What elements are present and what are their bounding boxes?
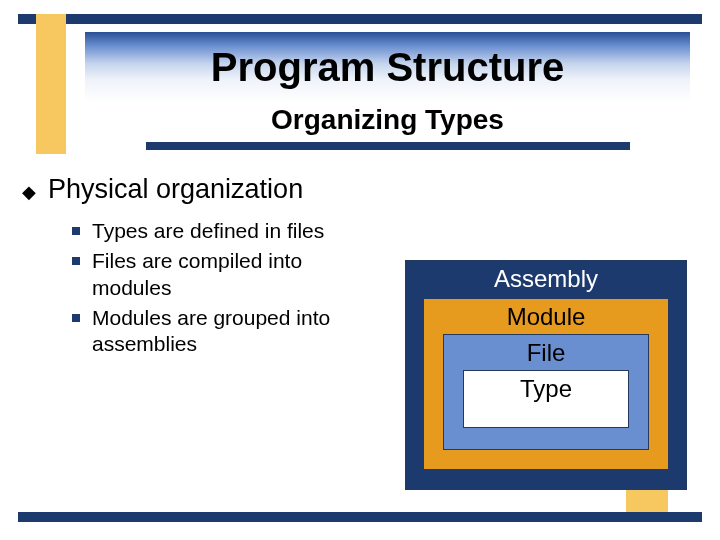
left-accent-block	[36, 14, 66, 154]
sub-item-text: Types are defined in files	[92, 218, 324, 244]
assembly-label: Assembly	[406, 265, 686, 293]
title-area: Program Structure Organizing Types	[85, 32, 690, 150]
sub-item-text: Modules are grouped into assemblies	[92, 305, 382, 358]
bottom-divider	[18, 512, 702, 522]
subtitle-underline	[146, 142, 630, 150]
list-item: ◆ Physical organization	[22, 174, 698, 206]
slide-subtitle: Organizing Types	[85, 104, 690, 136]
list-item: Modules are grouped into assemblies	[72, 305, 382, 358]
square-icon	[72, 227, 80, 235]
title-gradient: Program Structure	[85, 32, 690, 102]
list-item: Types are defined in files	[72, 218, 382, 244]
type-box: Type	[463, 370, 629, 428]
list-item: Files are compiled into modules	[72, 248, 382, 301]
top-divider	[18, 14, 702, 24]
square-icon	[72, 314, 80, 322]
file-label: File	[444, 339, 648, 367]
square-icon	[72, 257, 80, 265]
nesting-diagram: Assembly Module File Type	[405, 260, 687, 490]
slide-title: Program Structure	[211, 45, 564, 90]
sub-list: Types are defined in files Files are com…	[72, 218, 382, 361]
sub-item-text: Files are compiled into modules	[92, 248, 382, 301]
module-label: Module	[424, 303, 668, 331]
type-label: Type	[464, 375, 628, 403]
diamond-icon: ◆	[22, 178, 36, 206]
heading-text: Physical organization	[48, 174, 303, 205]
